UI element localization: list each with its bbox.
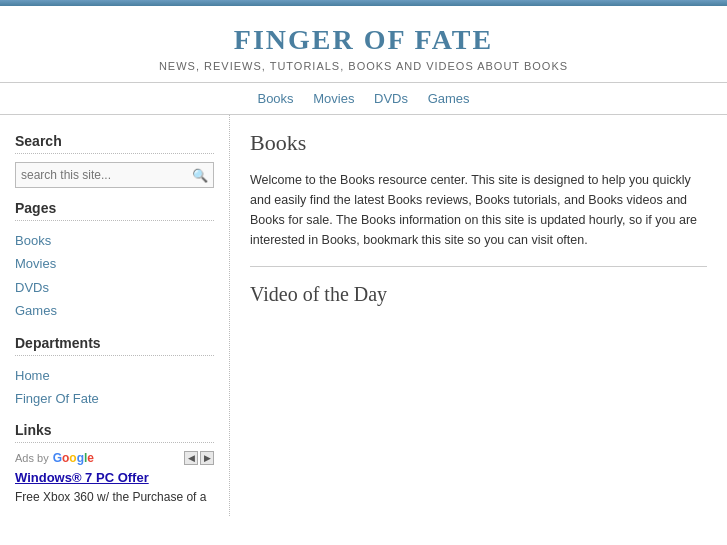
site-tagline: NEWS, REVIEWS, TUTORIALS, BOOKS AND VIDE… [10, 60, 717, 72]
layout: Search 🔍 Pages Books Movies DVDs Games D… [0, 115, 727, 516]
section-divider [250, 266, 707, 267]
ad-description: Free Xbox 360 w/ the Purchase of a [15, 488, 214, 506]
search-box: 🔍 [15, 162, 214, 188]
main-content: Books Welcome to the Books resource cent… [230, 115, 727, 516]
ad-prev-arrow[interactable]: ◀ [184, 451, 198, 465]
nav-dvds[interactable]: DVDs [374, 91, 408, 106]
ads-by-google: Ads by Google ◀ ▶ [15, 451, 214, 465]
sidebar-link-games[interactable]: Games [15, 299, 214, 322]
ads-by-google-text: Ads by Google [15, 451, 94, 465]
sidebar: Search 🔍 Pages Books Movies DVDs Games D… [0, 115, 230, 516]
sidebar-link-dvds[interactable]: DVDs [15, 276, 214, 299]
main-nav: Books Movies DVDs Games [0, 83, 727, 115]
links-section-title: Links [15, 422, 214, 443]
search-input[interactable] [16, 166, 187, 184]
sidebar-link-books[interactable]: Books [15, 229, 214, 252]
pages-section-title: Pages [15, 200, 214, 221]
ads-label: Ads by [15, 452, 49, 464]
ads-section: Ads by Google ◀ ▶ Windows® 7 PC Offer Fr… [15, 451, 214, 505]
ad-next-arrow[interactable]: ▶ [200, 451, 214, 465]
sidebar-link-finger-of-fate[interactable]: Finger Of Fate [15, 387, 214, 410]
sidebar-link-home[interactable]: Home [15, 364, 214, 387]
nav-movies[interactable]: Movies [313, 91, 354, 106]
search-button[interactable]: 🔍 [187, 166, 213, 185]
google-logo: Google [53, 451, 94, 465]
site-header: FINGER OF FATE NEWS, REVIEWS, TUTORIALS,… [0, 6, 727, 83]
page-title: Books [250, 130, 707, 156]
ad-title-link[interactable]: Windows® 7 PC Offer [15, 469, 214, 487]
nav-games[interactable]: Games [428, 91, 470, 106]
intro-text: Welcome to the Books resource center. Th… [250, 170, 707, 250]
search-section-title: Search [15, 133, 214, 154]
ad-nav-arrows: ◀ ▶ [184, 451, 214, 465]
departments-section-title: Departments [15, 335, 214, 356]
sidebar-link-movies[interactable]: Movies [15, 252, 214, 275]
site-title: FINGER OF FATE [10, 24, 717, 56]
video-section-title: Video of the Day [250, 283, 707, 306]
nav-books[interactable]: Books [257, 91, 293, 106]
